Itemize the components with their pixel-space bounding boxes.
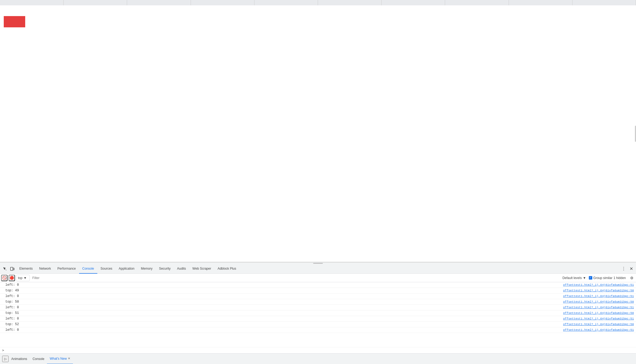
console-row: top: 51offsettest1.html?_ij…64j6ivfa6um3… (0, 310, 636, 316)
browser-viewport (0, 5, 636, 262)
group-similar-label[interactable]: Group similar (589, 276, 612, 280)
tab-performance[interactable]: Performance (54, 264, 79, 274)
tab-web-scraper[interactable]: Web Scraper (189, 264, 215, 274)
console-prompt: > (2, 348, 4, 352)
levels-button[interactable]: Default levels ▼ (561, 276, 588, 280)
tab-audits[interactable]: Audits (174, 264, 189, 274)
tab-application[interactable]: Application (116, 264, 138, 274)
context-selector[interactable]: top ▼ (16, 275, 30, 281)
chrome-tab-1 (0, 0, 64, 5)
drawer-toggle-button[interactable]: ▷ (2, 356, 9, 362)
browser-chrome (0, 0, 636, 5)
red-box (4, 16, 25, 27)
console-row: left: 0offsettest1.html?_ij…64j6ivfa6um3… (0, 282, 636, 288)
console-row-text: top: 50 (5, 300, 560, 304)
device-toolbar-button[interactable] (9, 265, 16, 273)
console-row-link[interactable]: offsettest1.html?_ij…64j6ivfa6um3ibpc:51 (563, 283, 634, 287)
chrome-tab-7 (382, 0, 445, 5)
console-row-text: left: 0 (5, 328, 560, 332)
preserve-log-button[interactable]: 🔴 (9, 275, 15, 281)
drawer-tab-animations[interactable]: Animations (9, 354, 30, 364)
tab-sources[interactable]: Sources (97, 264, 116, 274)
console-row-link[interactable]: offsettest1.html?_ij…64j6ivfa6um3ibpc:51 (563, 295, 634, 298)
drawer-tab-console[interactable]: Console (30, 354, 47, 364)
console-input-row: > (0, 347, 636, 353)
tab-elements[interactable]: Elements (16, 264, 36, 274)
chrome-tab-4 (191, 0, 254, 5)
console-row-link[interactable]: offsettest1.html?_ij…64j6ivfa6um3ibpc:51 (563, 328, 634, 332)
inspect-element-button[interactable] (1, 265, 9, 273)
tab-network[interactable]: Network (36, 264, 54, 274)
tab-memory[interactable]: Memory (138, 264, 156, 274)
close-devtools-button[interactable]: ✕ (627, 265, 635, 273)
console-row: top: 50offsettest1.html?_ij…64j6ivfa6um3… (0, 299, 636, 305)
console-row-link[interactable]: offsettest1.html?_ij…64j6ivfa6um3ibpc:51 (563, 317, 634, 320)
drawer-tab-close-button[interactable]: ✕ (68, 357, 70, 360)
console-settings-button[interactable]: ⚙ (628, 275, 635, 281)
console-row: left: 0offsettest1.html?_ij…64j6ivfa6um3… (0, 305, 636, 310)
console-row: top: 49offsettest1.html?_ij…64j6ivfa6um3… (0, 288, 636, 294)
console-row-link[interactable]: offsettest1.html?_ij…64j6ivfa6um3ibpc:50 (563, 300, 634, 303)
console-row: top: 52offsettest1.html?_ij…64j6ivfa6um3… (0, 322, 636, 327)
console-row-text: top: 49 (5, 289, 560, 292)
chrome-tab-9 (509, 0, 572, 5)
chevron-down-icon: ▼ (583, 276, 586, 280)
chrome-tab-6 (318, 0, 382, 5)
console-row-text: left: 0 (5, 317, 560, 321)
devtools-tab-bar: Elements Network Performance Console Sou… (0, 264, 636, 274)
console-row: left: 0offsettest1.html?_ij…64j6ivfa6um3… (0, 327, 636, 333)
console-row-link[interactable]: offsettest1.html?_ij…64j6ivfa6um3ibpc:50 (563, 311, 634, 315)
svg-rect-1 (13, 268, 14, 270)
clear-console-button[interactable]: 🚫 (1, 275, 8, 281)
console-row: left: 0offsettest1.html?_ij…64j6ivfa6um3… (0, 316, 636, 322)
console-row: left: 0offsettest1.html?_ij…64j6ivfa6um3… (0, 294, 636, 299)
console-row-text: left: 0 (5, 306, 560, 309)
tab-security[interactable]: Security (156, 264, 174, 274)
chrome-tab-8 (445, 0, 509, 5)
console-output[interactable]: left: 0offsettest1.html?_ij…64j6ivfa6um3… (0, 282, 636, 347)
console-row-text: left: 0 (5, 283, 560, 287)
chevron-down-icon: ▼ (24, 276, 27, 280)
chrome-tab-5 (254, 0, 318, 5)
tab-adblock-plus[interactable]: Adblock Plus (214, 264, 239, 274)
filter-input[interactable] (31, 276, 560, 280)
tab-console[interactable]: Console (79, 264, 97, 274)
chrome-tab-10 (572, 0, 636, 5)
devtools-panel: Elements Network Performance Console Sou… (0, 262, 636, 364)
console-row-text: top: 51 (5, 311, 560, 315)
scroll-indicator (635, 126, 636, 142)
chrome-tab-2 (64, 0, 127, 5)
group-similar-checkbox[interactable] (589, 276, 592, 280)
svg-rect-0 (10, 267, 13, 270)
console-row-link[interactable]: offsettest1.html?_ij…64j6ivfa6um3ibpc:50 (563, 289, 634, 292)
console-row-link[interactable]: offsettest1.html?_ij…64j6ivfa6um3ibpc:51 (563, 306, 634, 309)
console-toolbar: 🚫 🔴 top ▼ Default levels ▼ Group similar… (0, 274, 636, 282)
console-row-text: top: 52 (5, 322, 560, 326)
bottom-drawer: ▷ Animations Console What's New ✕ (0, 353, 636, 364)
more-tabs-button[interactable]: ⋮ (620, 265, 627, 273)
chrome-tab-3 (127, 0, 191, 5)
hidden-count[interactable]: 1 hidden (613, 276, 627, 280)
console-row-link[interactable]: offsettest1.html?_ij…64j6ivfa6um3ibpc:50 (563, 323, 634, 326)
console-row-text: left: 0 (5, 294, 560, 298)
console-input[interactable] (6, 348, 634, 352)
drawer-tab-whats-new[interactable]: What's New ✕ (47, 354, 73, 364)
